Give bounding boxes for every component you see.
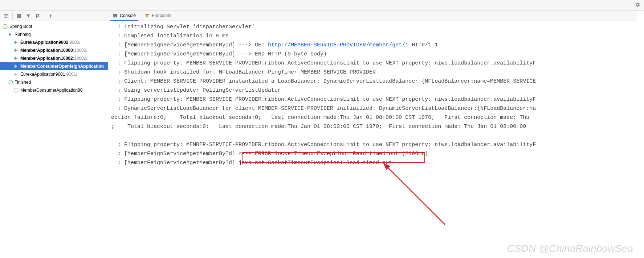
collapse-icon[interactable] bbox=[2, 12, 10, 20]
tree-label: MemberApplication10002 bbox=[20, 54, 73, 62]
flag-icon[interactable] bbox=[34, 12, 42, 20]
finished-group[interactable]: Finished bbox=[0, 78, 108, 86]
spring-boot-icon bbox=[2, 24, 8, 29]
run-config-item[interactable]: MemberApplication10002 :10002/ bbox=[0, 54, 108, 62]
console-url-link[interactable]: http://MEMBER-SERVICE-PROVIDER/member/ge… bbox=[268, 42, 408, 48]
port-label: :10000/ bbox=[73, 46, 87, 54]
services-sidebar: Spring Boot Running EurekaApplication900… bbox=[0, 11, 108, 258]
tree-label: EurekaApplication9001 bbox=[20, 70, 65, 78]
port-label: :10002/ bbox=[73, 54, 87, 62]
gear-icon[interactable] bbox=[635, 2, 640, 9]
services-tree: Spring Boot Running EurekaApplication900… bbox=[0, 21, 108, 94]
spring-boot-node[interactable]: Spring Boot bbox=[0, 22, 108, 30]
console-output[interactable]: : Initializing Servlet 'dispatcherServle… bbox=[108, 21, 637, 258]
endpoints-icon bbox=[144, 13, 150, 18]
run-config-item[interactable]: EurekaApplication9002 :9002/ bbox=[0, 38, 108, 46]
add-icon[interactable] bbox=[46, 12, 54, 20]
run-config-item[interactable]: MemberApplication10000 :10000/ bbox=[0, 46, 108, 54]
console-icon bbox=[113, 13, 118, 18]
run-green-icon bbox=[13, 47, 19, 53]
tab-label: Console bbox=[120, 13, 136, 18]
sidebar-toolbar bbox=[0, 11, 108, 21]
run-green-icon bbox=[13, 55, 19, 61]
tree-label: MemberConsumerApplication80 bbox=[20, 86, 82, 94]
port-label: :9002/ bbox=[68, 38, 80, 46]
tree-label: Finished bbox=[15, 78, 31, 86]
finished-icon bbox=[7, 79, 13, 85]
run-config-item[interactable]: EurekaApplication9001 :9001/ bbox=[0, 70, 108, 78]
toolbar-separator bbox=[44, 13, 44, 19]
right-gutter bbox=[637, 11, 644, 258]
scroll-to-icon[interactable] bbox=[15, 12, 23, 20]
content-tabs: Console Endpoints bbox=[108, 11, 637, 21]
run-green-icon bbox=[7, 32, 13, 37]
run-grey-icon bbox=[13, 71, 19, 77]
finished-item[interactable]: MemberConsumerApplication80 bbox=[0, 86, 108, 94]
spring-boot-icon bbox=[13, 87, 19, 93]
run-green-icon bbox=[13, 63, 19, 69]
filter-icon[interactable] bbox=[24, 12, 32, 20]
tab-endpoints[interactable]: Endpoints bbox=[143, 11, 172, 21]
tab-console[interactable]: Console bbox=[111, 11, 137, 21]
top-toolbar bbox=[0, 0, 644, 11]
toolbar-separator bbox=[12, 13, 13, 19]
running-group[interactable]: Running bbox=[0, 30, 108, 38]
tab-label: Endpoints bbox=[152, 13, 171, 18]
tree-label: EurekaApplication9002 bbox=[20, 38, 68, 46]
tree-label: MemberApplication10000 bbox=[20, 46, 73, 54]
run-green-icon bbox=[13, 39, 19, 45]
tree-label: Spring Boot bbox=[9, 22, 32, 30]
port-label: :9001/ bbox=[65, 70, 77, 78]
tree-label: Running bbox=[15, 30, 31, 38]
tree-label: MemberConsumerOpenfeignApplication bbox=[20, 62, 104, 70]
run-config-item-selected[interactable]: MemberConsumerOpenfeignApplication bbox=[0, 62, 108, 70]
